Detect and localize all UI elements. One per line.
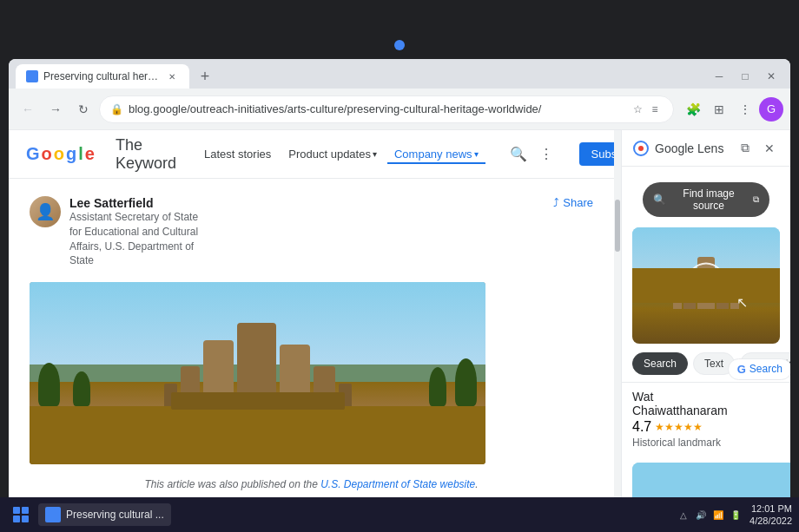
lens-header-buttons: ⧉ ✕ (735, 138, 780, 159)
taskbar-browser-item[interactable]: Preserving cultural ... (38, 503, 171, 526)
minimize-button[interactable]: ─ (707, 64, 731, 89)
search-icon[interactable]: 🔍 (506, 142, 531, 167)
nav-product-updates[interactable]: Product updates ▾ (281, 144, 384, 164)
scrollbar-thumb[interactable] (615, 200, 620, 252)
tree-4 (455, 358, 477, 406)
forward-button[interactable]: → (43, 97, 68, 122)
subscribe-button[interactable]: Subscribe (579, 142, 614, 166)
tab-close-button[interactable]: ✕ (165, 69, 179, 83)
lens-preview-image: ↖ (632, 227, 780, 344)
close-button[interactable]: ✕ (759, 64, 783, 89)
reading-list-icon[interactable]: ≡ (647, 102, 663, 117)
url-action-icons: ☆ ≡ (630, 102, 663, 117)
page-content: Google The Keyword Latest stories Produc… (9, 130, 614, 523)
platform (171, 392, 345, 410)
google-g-red2: e (85, 144, 95, 164)
svg-point-1 (638, 146, 644, 151)
tab-bar: Preserving cultural heritage worl... ✕ +… (9, 59, 790, 89)
lock-icon: 🔒 (110, 103, 123, 115)
google-search-button[interactable]: G Search (728, 358, 790, 380)
tree-2 (73, 371, 90, 406)
lens-open-new-icon[interactable]: ⧉ (735, 138, 756, 159)
article-image (30, 282, 485, 464)
author-title: Assistant Secretary of Statefor Educatio… (69, 210, 545, 268)
browser-content: Google The Keyword Latest stories Produc… (9, 130, 790, 523)
url-input-box[interactable]: 🔒 blog.google/outreach-initiatives/arts-… (99, 95, 674, 123)
back-button[interactable]: ← (16, 97, 40, 122)
article-area: 👤 Lee Satterfield Assistant Secretary of… (9, 179, 614, 523)
google-g-green: l (78, 144, 83, 164)
temple-background (30, 282, 485, 464)
taskbar-browser-label: Preserving cultural ... (66, 509, 164, 521)
lens-close-icon[interactable]: ✕ (759, 138, 780, 159)
windows-icon (13, 507, 29, 522)
lens-icon (632, 140, 650, 157)
trees-left (38, 363, 90, 406)
address-bar: ← → ↻ 🔒 blog.google/outreach-initiatives… (9, 89, 790, 130)
site-nav: Latest stories Product updates ▾ Company… (197, 144, 485, 164)
page-scrollbar[interactable] (614, 130, 621, 523)
battery-icon[interactable]: 🔋 (729, 508, 743, 522)
browser-window: Preserving cultural heritage worl... ✕ +… (9, 59, 790, 523)
more-menu-button[interactable]: ⋮ (733, 97, 757, 122)
dos-website-link[interactable]: U.S. Department of State website (320, 478, 475, 490)
clock-date: 4/28/2022 (749, 515, 792, 527)
profile-avatar[interactable]: G (759, 97, 783, 122)
site-name: The Keyword (116, 136, 176, 173)
find-source-search-icon: 🔍 (653, 194, 666, 206)
bookmark-icon[interactable]: ☆ (630, 102, 645, 117)
tab-title: Preserving cultural heritage worl... (43, 70, 160, 82)
toolbar-icons: 🧩 ⊞ ⋮ G (681, 97, 783, 122)
url-text: blog.google/outreach-initiatives/arts-cu… (129, 102, 624, 115)
lens-ground (632, 268, 780, 303)
lens-rating-number: 4.7 (632, 419, 651, 435)
lens-cursor-icon: ↖ (736, 294, 748, 311)
article-caption: This article was also published on the U… (30, 476, 593, 492)
extensions-icon[interactable]: 🧩 (681, 97, 705, 122)
lens-tab-search[interactable]: Search (632, 352, 688, 375)
taskbar-system-tray: △ 🔊 📶 🔋 12:01 PM 4/28/2022 (677, 502, 792, 528)
google-logo: Google (26, 144, 95, 164)
taskbar-up-icon[interactable]: △ (677, 508, 690, 522)
more-icon[interactable]: ⋮ (534, 142, 558, 167)
nav-company-news[interactable]: Company news ▾ (387, 144, 485, 164)
lens-result: WatChaiwatthanaram 4.7 ★★★★★ Historical … (622, 382, 790, 456)
author-info: Lee Satterfield Assistant Secretary of S… (69, 196, 545, 268)
lens-result-rating: 4.7 ★★★★★ (632, 419, 728, 435)
blue-dot-indicator (394, 40, 405, 50)
tree-3 (429, 367, 446, 406)
google-g-yellow: o (54, 144, 64, 164)
lens-logo: Google Lens (632, 140, 728, 157)
author-block: 👤 Lee Satterfield Assistant Secretary of… (30, 196, 593, 268)
maximize-button[interactable]: □ (733, 64, 757, 89)
system-clock: 12:01 PM 4/28/2022 (749, 502, 792, 528)
reload-button[interactable]: ↻ (71, 97, 96, 122)
system-icons: △ 🔊 📶 🔋 (677, 508, 743, 522)
share-icon: ⤴ (553, 196, 559, 209)
grid-icon[interactable]: ⊞ (707, 97, 731, 122)
lens-result-info: WatChaiwatthanaram 4.7 ★★★★★ Historical … (632, 390, 728, 456)
find-source-external-icon: ⧉ (753, 194, 759, 205)
network-icon[interactable]: 📶 (711, 508, 725, 522)
taskbar-browser-icon (45, 507, 61, 522)
author-avatar: 👤 (30, 196, 61, 227)
start-button[interactable] (7, 501, 35, 529)
google-g-icon: G (737, 363, 746, 376)
find-source-container: 🔍 Find image source ⧉ (622, 167, 790, 227)
active-tab[interactable]: Preserving cultural heritage worl... ✕ (16, 64, 189, 89)
new-tab-button[interactable]: + (193, 64, 217, 89)
lens-result-type: Historical landmark (632, 437, 728, 449)
nav-latest-stories[interactable]: Latest stories (197, 144, 278, 164)
share-button[interactable]: ⤴ Share (553, 196, 593, 209)
header-icons: 🔍 ⋮ (506, 142, 558, 167)
find-image-source-button[interactable]: 🔍 Find image source ⧉ (643, 182, 769, 217)
site-header: Google The Keyword Latest stories Produc… (9, 130, 614, 179)
clock-time: 12:01 PM (749, 502, 792, 515)
tree-1 (38, 363, 60, 406)
window-controls: ─ □ ✕ (707, 64, 783, 89)
google-g-blue: G (26, 144, 40, 164)
lens-result-title: WatChaiwatthanaram (632, 390, 728, 417)
trees-right (429, 358, 477, 406)
volume-icon[interactable]: 🔊 (694, 508, 708, 522)
google-g-red: o (42, 144, 52, 164)
